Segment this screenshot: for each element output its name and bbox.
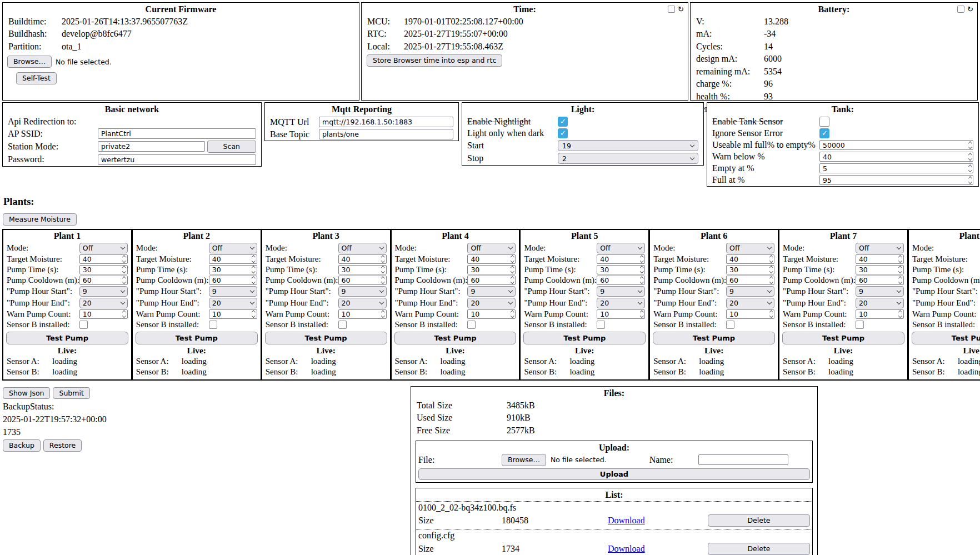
sensor-b-installed-checkbox[interactable] [338,321,347,329]
spinner-icon[interactable] [969,152,972,161]
pump-hour-end-select[interactable]: 20 [467,298,516,308]
spinner-icon[interactable] [770,255,773,263]
spinner-icon[interactable] [770,310,773,318]
pump-hour-start-select[interactable]: 9 [338,286,387,297]
spinner-icon[interactable] [123,255,126,263]
pump-cooldown-input[interactable]: 60 [856,276,904,285]
scan-button[interactable]: Scan [207,141,256,153]
light-stop-select[interactable]: 2 [558,153,698,164]
pump-time-input[interactable]: 30 [338,265,387,274]
upload-browse-button[interactable]: Browse… [502,454,546,466]
download-link[interactable]: Download [608,544,645,554]
delete-button[interactable]: Delete [708,543,810,555]
pump-time-input[interactable]: 30 [597,265,645,274]
pump-cooldown-input[interactable]: 60 [726,276,774,285]
spinner-icon[interactable] [969,176,972,184]
spinner-icon[interactable] [252,310,255,318]
pump-hour-start-select[interactable]: 9 [209,286,257,297]
self-test-button[interactable]: Self-Test [16,72,57,84]
warn-pump-count-input[interactable]: 10 [597,309,645,319]
spinner-icon[interactable] [252,276,255,284]
mode-select[interactable]: Off [338,243,387,253]
pump-time-input[interactable]: 30 [467,265,516,274]
mode-select[interactable]: Off [209,243,257,253]
warn-pump-count-input[interactable]: 10 [79,309,128,319]
warn-below-input[interactable]: 40 [819,152,973,162]
spinner-icon[interactable] [511,310,514,318]
spinner-icon[interactable] [969,141,972,149]
pump-hour-start-select[interactable]: 9 [597,286,645,297]
firmware-browse-button[interactable]: Browse… [7,56,52,68]
target-moisture-input[interactable]: 40 [597,254,645,264]
mode-select[interactable]: Off [467,243,516,253]
test-pump-button[interactable]: Test Pump [265,332,387,344]
store-browser-time-button[interactable]: Store Browser time into esp and rtc [367,54,502,67]
backup-button[interactable]: Backup [3,439,41,452]
upload-name-input[interactable] [698,454,788,465]
sensor-b-installed-checkbox[interactable] [726,321,734,329]
mode-select[interactable]: Off [79,243,128,253]
test-pump-button[interactable]: Test Pump [782,332,904,344]
warn-pump-count-input[interactable]: 10 [467,309,516,319]
target-moisture-input[interactable]: 40 [338,254,387,264]
empty-at-input[interactable]: 5 [819,163,973,173]
submit-button[interactable]: Submit [53,387,89,399]
light-start-select[interactable]: 19 [558,140,698,151]
restore-button[interactable]: Restore [43,439,82,452]
sensor-b-installed-checkbox[interactable] [467,321,476,329]
sensor-b-installed-checkbox[interactable] [209,321,217,329]
pump-cooldown-input[interactable]: 60 [79,276,128,285]
spinner-icon[interactable] [899,310,902,318]
spinner-icon[interactable] [252,255,255,263]
warn-pump-count-input[interactable]: 10 [338,309,387,319]
battery-auto-refresh-checkbox[interactable] [957,6,964,13]
sensor-b-installed-checkbox[interactable] [856,321,864,329]
time-refresh-icon[interactable]: ↻ [678,6,684,13]
spinner-icon[interactable] [899,276,902,284]
pump-hour-start-select[interactable]: 9 [726,286,774,297]
pump-cooldown-input[interactable]: 60 [597,276,645,285]
test-pump-button[interactable]: Test Pump [394,332,517,344]
time-auto-refresh-checkbox[interactable] [668,6,675,13]
pump-time-input[interactable]: 30 [79,265,128,274]
mqtt-url-input[interactable] [319,117,453,127]
pump-time-input[interactable]: 30 [856,265,904,274]
battery-refresh-icon[interactable]: ↻ [967,6,973,13]
warn-pump-count-input[interactable]: 10 [856,309,904,319]
pump-hour-end-select[interactable]: 20 [209,298,257,308]
spinner-icon[interactable] [382,255,384,263]
spinner-icon[interactable] [382,266,384,274]
spinner-icon[interactable] [899,255,902,263]
test-pump-button[interactable]: Test Pump [523,332,646,344]
sensor-b-installed-checkbox[interactable] [79,321,88,329]
light-only-dark-checkbox[interactable] [558,128,568,138]
spinner-icon[interactable] [511,276,514,284]
spinner-icon[interactable] [641,266,643,274]
spinner-icon[interactable] [899,266,902,274]
warn-pump-count-input[interactable]: 10 [209,309,257,319]
spinner-icon[interactable] [770,266,773,274]
test-pump-button[interactable]: Test Pump [653,332,775,344]
target-moisture-input[interactable]: 40 [209,254,257,264]
spinner-icon[interactable] [641,255,643,263]
pump-hour-end-select[interactable]: 20 [597,298,645,308]
show-json-button[interactable]: Show Json [3,387,50,399]
pump-hour-start-select[interactable]: 9 [856,286,904,297]
sensor-b-installed-checkbox[interactable] [597,321,605,329]
pump-hour-end-select[interactable]: 20 [79,298,128,308]
spinner-icon[interactable] [641,276,643,284]
base-topic-input[interactable] [319,129,453,139]
pump-cooldown-input[interactable]: 60 [467,276,516,285]
target-moisture-input[interactable]: 40 [856,254,904,264]
target-moisture-input[interactable]: 40 [79,254,128,264]
enable-tank-sensor-checkbox[interactable] [819,117,829,127]
test-pump-button[interactable]: Test Pump [136,332,258,344]
spinner-icon[interactable] [123,266,126,274]
useable-ml-input[interactable]: 50000 [819,140,973,150]
enable-nightlight-checkbox[interactable] [558,117,568,127]
spinner-icon[interactable] [770,276,773,284]
pump-hour-end-select[interactable]: 20 [726,298,774,308]
target-moisture-input[interactable]: 40 [467,254,516,264]
pump-cooldown-input[interactable]: 60 [209,276,257,285]
full-at-input[interactable]: 95 [819,175,973,185]
